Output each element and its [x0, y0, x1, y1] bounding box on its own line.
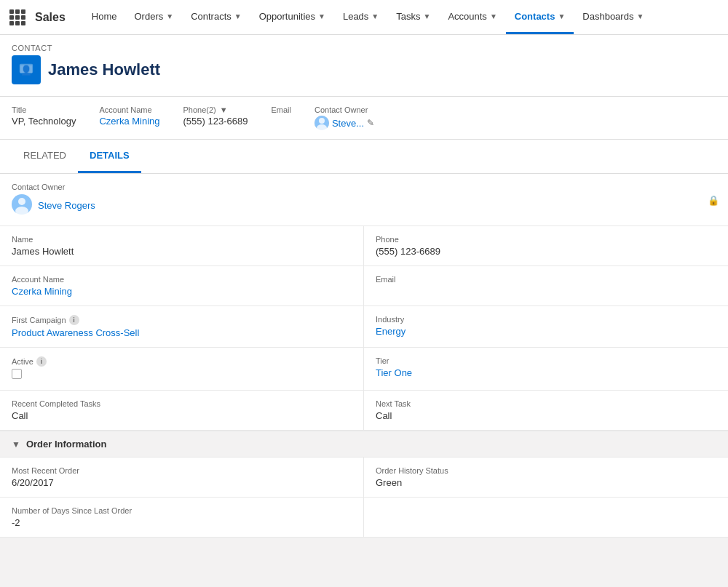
contact-owner-inner: Steve Rogers — [12, 194, 716, 217]
chevron-down-icon: ▼ — [166, 12, 173, 20]
svg-point-3 — [319, 118, 325, 124]
phone-dropdown-icon[interactable]: ▼ — [220, 105, 228, 114]
summary-phone-label: Phone(2) ▼ — [183, 105, 248, 114]
tab-related[interactable]: RELATED — [12, 140, 78, 173]
chevron-down-icon: ▼ — [558, 12, 565, 20]
summary-fields: Title VP, Technology Account Name Czerka… — [0, 97, 728, 140]
lock-icon: 🔒 — [708, 194, 719, 205]
recent-tasks-label: Recent Completed Tasks — [12, 399, 352, 408]
nav-item-tasks[interactable]: Tasks ▼ — [387, 0, 439, 34]
active-field: Active i ✎ — [0, 348, 364, 391]
fields-grid: Name James Howlett ✎ Phone (555) 123-668… — [0, 226, 728, 431]
nav-item-leads[interactable]: Leads ▼ — [334, 0, 387, 34]
nav-items: Home Orders ▼ Contracts ▼ Opportunities … — [83, 0, 722, 34]
summary-title-label: Title — [12, 105, 76, 114]
nav-item-dashboards[interactable]: Dashboards ▼ — [574, 0, 652, 34]
contact-owner-label: Contact Owner — [12, 183, 716, 191]
nav-item-accounts[interactable]: Accounts ▼ — [439, 0, 505, 34]
nav-item-orders[interactable]: Orders ▼ — [126, 0, 183, 34]
chevron-down-icon: ▼ — [234, 12, 242, 20]
days-since-order-label: Number of Days Since Last Order — [12, 506, 352, 515]
name-label: Name — [12, 235, 352, 244]
email-label: Email — [376, 275, 716, 284]
first-campaign-info-icon[interactable]: i — [69, 315, 79, 325]
phone-field: Phone (555) 123-6689 — [364, 226, 728, 266]
nav-item-contacts[interactable]: Contacts ▼ — [506, 0, 574, 34]
name-value: James Howlett — [12, 246, 352, 257]
record-type-label: CONTACT — [12, 44, 716, 52]
nav-item-opportunities[interactable]: Opportunities ▼ — [250, 0, 334, 34]
record-header: CONTACT 👤 James Howlett — [0, 35, 728, 97]
first-campaign-label: First Campaign i — [12, 315, 352, 325]
industry-field: Industry Energy — [364, 306, 728, 348]
chevron-down-icon: ▼ — [12, 439, 20, 450]
order-section-title: Order Information — [26, 439, 107, 450]
next-task-value: Call — [376, 410, 716, 421]
recent-tasks-value: Call — [12, 410, 352, 421]
first-campaign-value[interactable]: Product Awareness Cross-Sell — [12, 327, 352, 338]
chevron-down-icon: ▼ — [318, 12, 325, 20]
app-name: Sales — [35, 11, 66, 24]
chevron-down-icon: ▼ — [636, 12, 644, 20]
nav-item-contracts[interactable]: Contracts ▼ — [182, 0, 250, 34]
order-history-status-label: Order History Status — [376, 466, 716, 475]
tier-field: Tier Tier One — [364, 348, 728, 391]
summary-title-value: VP, Technology — [12, 116, 76, 127]
next-task-field: Next Task Call — [364, 391, 728, 431]
app-switcher-button[interactable] — [6, 6, 29, 29]
contact-avatar: 👤 — [12, 55, 41, 84]
summary-account-label: Account Name — [99, 105, 159, 114]
summary-phone-value: (555) 123-6689 — [183, 116, 248, 127]
days-since-order-field: Number of Days Since Last Order -2 — [0, 498, 364, 538]
summary-account-value[interactable]: Czerka Mining — [99, 116, 159, 127]
detail-tabs: RELATED DETAILS — [0, 140, 728, 174]
summary-account-field: Account Name Czerka Mining — [99, 105, 159, 130]
tier-label: Tier — [376, 356, 716, 365]
email-field: Email — [364, 266, 728, 306]
record-name: James Howlett — [48, 60, 160, 79]
svg-point-6 — [18, 198, 25, 205]
detail-content: Contact Owner Steve Rogers 🔒 Name James … — [0, 174, 728, 538]
owner-change-icon[interactable]: ✎ — [367, 118, 374, 128]
contact-owner-section: Contact Owner Steve Rogers 🔒 — [0, 174, 728, 226]
summary-title-field: Title VP, Technology — [12, 105, 76, 130]
summary-owner-label: Contact Owner — [314, 105, 374, 114]
nav-item-home[interactable]: Home — [83, 0, 126, 34]
top-navigation: Sales Home Orders ▼ Contracts ▼ Opportun… — [0, 0, 728, 35]
order-history-status-value: Green — [376, 477, 716, 488]
chevron-down-icon: ▼ — [490, 12, 497, 20]
next-task-label: Next Task — [376, 399, 716, 408]
contact-owner-value[interactable]: Steve Rogers — [38, 200, 95, 211]
summary-owner-name[interactable]: Steve... — [332, 118, 364, 129]
summary-phone-field: Phone(2) ▼ (555) 123-6689 — [183, 105, 248, 130]
order-information-section-header[interactable]: ▼ Order Information — [0, 431, 728, 458]
summary-owner-value-area: Steve... ✎ — [314, 116, 374, 130]
days-since-order-value: -2 — [12, 517, 352, 528]
active-checkbox[interactable] — [12, 369, 352, 381]
industry-label: Industry — [376, 315, 716, 324]
most-recent-order-label: Most Recent Order — [12, 466, 352, 475]
tab-details[interactable]: DETAILS — [78, 140, 141, 173]
order-fields-grid: Most Recent Order 6/20/2017 ✎ Order Hist… — [0, 458, 728, 538]
industry-value[interactable]: Energy — [376, 326, 716, 337]
account-name-label: Account Name — [12, 275, 352, 284]
tier-value[interactable]: Tier One — [376, 367, 716, 378]
summary-email-field: Email — [271, 105, 291, 130]
active-label: Active i — [12, 356, 352, 367]
first-campaign-field: First Campaign i Product Awareness Cross… — [0, 306, 364, 348]
record-avatar-area: 👤 James Howlett — [12, 55, 716, 84]
chevron-down-icon: ▼ — [423, 12, 430, 20]
order-history-status-field: Order History Status Green — [364, 458, 728, 498]
summary-owner-field: Contact Owner Steve... ✎ — [314, 105, 374, 130]
svg-text:👤: 👤 — [20, 65, 33, 76]
most-recent-order-field: Most Recent Order 6/20/2017 ✎ — [0, 458, 364, 498]
recent-tasks-field: Recent Completed Tasks Call ✎ — [0, 391, 364, 431]
phone-label: Phone — [376, 235, 716, 244]
account-name-value[interactable]: Czerka Mining — [12, 286, 352, 297]
name-field: Name James Howlett ✎ — [0, 226, 364, 266]
empty-field-right — [364, 498, 728, 538]
most-recent-order-value: 6/20/2017 — [12, 477, 352, 488]
owner-avatar-sm — [314, 116, 329, 130]
active-info-icon[interactable]: i — [36, 356, 47, 367]
phone-value: (555) 123-6689 — [376, 246, 716, 257]
